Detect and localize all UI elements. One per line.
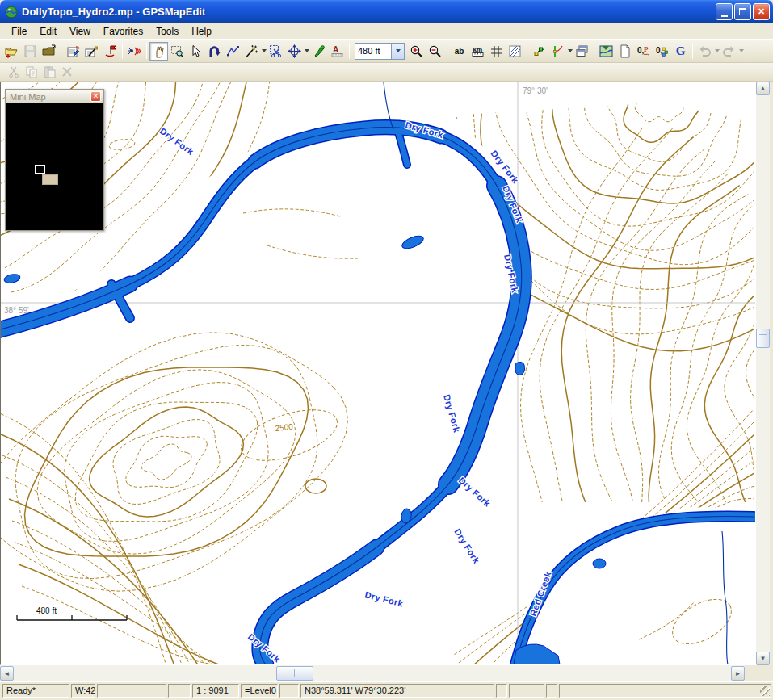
scroll-right-button[interactable]: ► <box>731 666 745 681</box>
redo-button[interactable] <box>720 42 738 61</box>
pan-hand-button[interactable] <box>149 42 168 61</box>
redo-dropdown-icon[interactable] <box>739 49 744 52</box>
zoom-select-button[interactable] <box>168 42 187 61</box>
hatch-button[interactable] <box>506 42 524 61</box>
edit-nodes-button[interactable] <box>530 42 548 61</box>
horizontal-scrollbar[interactable]: ◄ ► <box>0 665 745 681</box>
svg-text:0,: 0, <box>656 46 663 55</box>
status-level: =Level0 <box>241 684 278 698</box>
undo-button[interactable] <box>695 42 714 61</box>
save-icon <box>23 44 37 58</box>
units-km-icon: km <box>471 44 485 58</box>
minimap-map-thumbnail <box>42 174 58 185</box>
gps-signal-button[interactable] <box>125 42 144 61</box>
vertical-scroll-thumb[interactable] <box>756 329 770 348</box>
close-icon: ✕ <box>93 92 99 100</box>
magic-wand-icon <box>245 44 258 58</box>
edit-nodes-icon <box>532 44 546 58</box>
status-resize-grip[interactable] <box>559 684 771 698</box>
units-km-button[interactable]: km <box>468 42 487 61</box>
open-file-button[interactable] <box>2 42 21 61</box>
blank-page-icon <box>618 44 632 58</box>
menu-favorites[interactable]: Favorites <box>97 24 149 39</box>
scroll-down-button[interactable]: ▼ <box>756 652 770 665</box>
vertical-scrollbar[interactable]: ▲ ▼ <box>756 82 770 665</box>
clip-region-icon <box>269 44 283 58</box>
chevron-up-icon: ▲ <box>760 85 767 92</box>
move-node-button[interactable] <box>285 42 304 61</box>
chevron-right-icon: ► <box>735 670 741 677</box>
paste-button[interactable] <box>40 64 58 80</box>
blank-page-button[interactable] <box>615 42 634 61</box>
menu-view[interactable]: View <box>63 24 97 39</box>
menu-help[interactable]: Help <box>185 24 218 39</box>
properties-icon <box>66 44 80 58</box>
delete-button[interactable] <box>58 64 76 80</box>
minimize-button[interactable] <box>716 3 733 20</box>
polyline-button[interactable] <box>224 42 242 61</box>
minimize-icon <box>721 15 728 17</box>
minimap-titlebar[interactable]: Mini Map ✕ <box>6 90 103 103</box>
close-folder-button[interactable] <box>40 42 58 61</box>
labels-ab-button[interactable]: ab <box>450 42 468 61</box>
separator <box>594 43 594 59</box>
cut-button[interactable] <box>5 64 23 80</box>
zoom-out-icon <box>428 44 442 58</box>
status-bar: Ready* W:42 1 : 9091 =Level0 N38°59.311'… <box>0 681 773 699</box>
waypoint-flag-button[interactable] <box>101 42 120 61</box>
copy-button[interactable] <box>23 64 40 80</box>
edit-toolbar <box>0 63 773 82</box>
attach-pin-button[interactable] <box>309 42 328 61</box>
magic-wand-button[interactable] <box>242 42 261 61</box>
minimap-viewport-rect <box>35 165 45 174</box>
map-image-button[interactable] <box>597 42 615 61</box>
svg-text:km: km <box>473 46 483 53</box>
scale-input[interactable] <box>355 44 391 59</box>
map-canvas[interactable]: 79° 30' 38° 59' <box>0 82 756 665</box>
menu-file[interactable]: File <box>5 24 33 39</box>
bend-line-button[interactable] <box>548 42 567 61</box>
redo-icon <box>722 44 736 58</box>
levels-0-button[interactable]: 0, <box>653 42 671 61</box>
scale-combo <box>355 43 405 60</box>
minimap-close-button[interactable]: ✕ <box>90 91 101 102</box>
save-button[interactable] <box>21 42 40 61</box>
label-ruler-button[interactable]: A <box>328 42 347 61</box>
google-button[interactable]: G <box>671 42 690 61</box>
close-icon: ✕ <box>758 6 765 17</box>
address-0p-button[interactable]: 0,P <box>634 42 653 61</box>
svg-text:P: P <box>644 45 649 53</box>
scroll-left-button[interactable]: ◄ <box>0 666 14 681</box>
map-wizard-button[interactable] <box>82 42 101 61</box>
scroll-up-button[interactable]: ▲ <box>756 82 770 95</box>
cascade-windows-button[interactable] <box>573 42 591 61</box>
address-0p-icon: 0,P <box>636 44 650 58</box>
cut-icon <box>7 65 20 78</box>
maximize-button[interactable] <box>734 3 751 20</box>
title-bar[interactable]: DollyTopo_Hydro2.mp - GPSMapEdit ✕ <box>0 0 773 23</box>
properties-button[interactable] <box>64 42 82 61</box>
app-window: DollyTopo_Hydro2.mp - GPSMapEdit ✕ File … <box>0 0 773 700</box>
labels-ab-icon: ab <box>455 47 464 56</box>
clip-region-button[interactable] <box>267 42 285 61</box>
zoom-out-button[interactable] <box>426 42 444 61</box>
pointer-icon <box>189 44 203 58</box>
close-button[interactable]: ✕ <box>753 3 770 20</box>
zoom-in-button[interactable] <box>407 42 426 61</box>
horizontal-scroll-thumb[interactable] <box>276 666 313 681</box>
uturn-arrow-icon <box>208 44 221 58</box>
scale-dropdown-button[interactable] <box>391 44 404 59</box>
uturn-arrow-button[interactable] <box>205 42 224 61</box>
grid-button[interactable] <box>487 42 506 61</box>
status-panel <box>97 684 166 698</box>
zoom-select-icon <box>170 44 184 58</box>
map-wizard-icon <box>85 44 99 58</box>
menu-bar: File Edit View Favorites Tools Help <box>0 23 773 40</box>
pointer-button[interactable] <box>187 42 205 61</box>
menu-edit[interactable]: Edit <box>33 24 63 39</box>
minimap-body[interactable] <box>6 103 103 230</box>
menu-tools[interactable]: Tools <box>149 24 185 39</box>
cascade-windows-icon <box>575 44 589 58</box>
undo-icon <box>698 44 712 58</box>
scale-bar-label: 480 ft <box>36 606 57 615</box>
